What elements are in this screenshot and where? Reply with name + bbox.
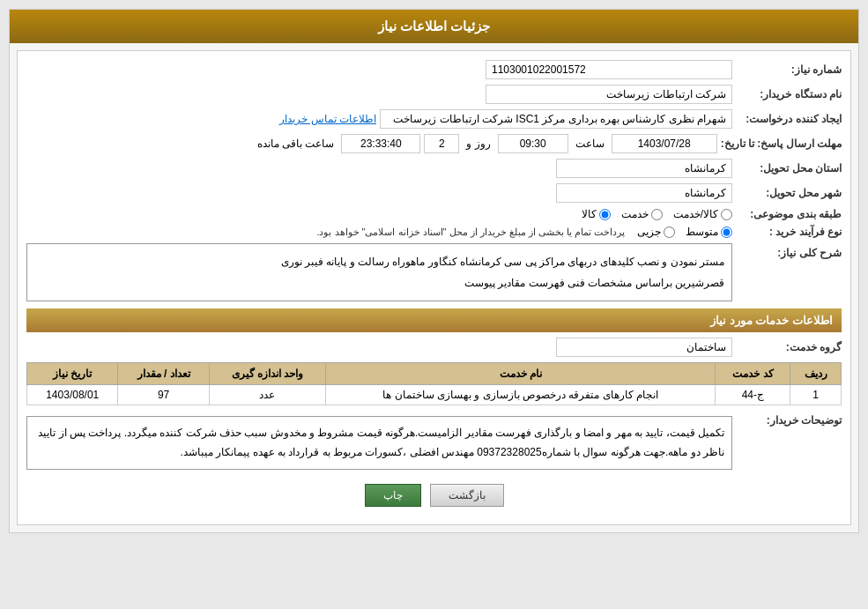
row-tabaqe: طبقه بندی موضوعی: کالا/خدمت خدمت کالا (26, 208, 842, 220)
cell-tarikh: 1403/08/01 (27, 385, 118, 405)
label-shomareNiaz: شماره نیاز: (736, 63, 842, 76)
row-shomareNiaz: شماره نیاز: 1103001022001572 (26, 60, 842, 79)
col-kodKhadamat: کد خدمت (716, 363, 790, 385)
cell-radif: 1 (790, 385, 842, 405)
label-noeFarayand: نوع فرآیند خرید : (736, 226, 842, 238)
label-mohlat: مهلت ارسال پاسخ: تا تاریخ: (721, 137, 842, 150)
value-ostan: کرمانشاه (556, 159, 732, 178)
table-row: 1 ج-44 انجام کارهای متفرقه درخصوص بازساز… (27, 385, 842, 405)
radio-input-kala-khadamat[interactable] (721, 209, 732, 220)
cell-vahed: عدد (209, 385, 325, 405)
value-remaining-time: 23:33:40 (341, 134, 420, 153)
button-row: بازگشت چاپ (26, 484, 842, 516)
radio-label-kala-khadamat: کالا/خدمت (673, 208, 718, 220)
value-mohlat-roz: 2 (424, 134, 459, 153)
row-mohlat: مهلت ارسال پاسخ: تا تاریخ: 1403/07/28 سا… (26, 134, 842, 153)
noeFarayand-note: پرداخت تمام یا بخشی از مبلغ خریدار از مح… (316, 227, 625, 238)
page-header: جزئیات اطلاعات نیاز (10, 10, 858, 43)
radio-label-motavasset: متوسط (686, 226, 718, 238)
radio-input-jozii[interactable] (664, 227, 675, 238)
radio-input-motavasset[interactable] (721, 227, 732, 238)
radio-input-khadamat[interactable] (651, 209, 663, 220)
label-tawzihat: توضیحات خریدار: (736, 414, 842, 427)
value-ijadKonande: شهرام نظری کارشناس بهره برداری مرکز ISC1… (380, 109, 732, 129)
label-ijadKonande: ایجاد کننده درخواست: (736, 113, 842, 125)
radio-kala[interactable]: کالا (582, 208, 611, 220)
link-tamasKharidar[interactable]: اطلاعات تماس خریدار (279, 113, 376, 125)
radio-label-kala: کالا (582, 208, 597, 220)
box-sharhKoli: مستر نمودن و نصب کلیدهای دربهای مراکز پی… (26, 243, 732, 301)
radio-label-khadamat: خدمت (621, 208, 649, 220)
col-tarikh: تاریخ نیاز (27, 363, 118, 385)
print-button[interactable]: چاپ (365, 484, 421, 507)
row-shahr: شهر محل تحویل: کرمانشاه (26, 183, 842, 203)
page-title: جزئیات اطلاعات نیاز (378, 19, 490, 33)
row-noeFarayand: نوع فرآیند خرید : متوسط جزیی پرداخت تمام… (26, 226, 842, 238)
row-sharhKoli: شرح کلی نیاز: مستر نمودن و نصب کلیدهای د… (26, 243, 842, 301)
services-table: ردیف کد خدمت نام خدمت واحد اندازه گیری ت… (26, 362, 842, 405)
label-namDastgah: نام دستگاه خریدار: (736, 88, 842, 100)
row-namDastgah: نام دستگاه خریدار: شرکت ارتباطات زیرساخت (26, 85, 842, 104)
label-ostan: استان محل تحویل: (736, 162, 842, 175)
col-vahed: واحد اندازه گیری (209, 363, 325, 385)
tabaqe-radio-group: کالا/خدمت خدمت کالا (582, 208, 732, 220)
box-tawzihat: تکمیل قیمت، تایید به مهر و امضا و بارگذا… (26, 416, 732, 470)
cell-tedad: 97 (118, 385, 209, 405)
cell-namKhadamat: انجام کارهای متفرقه درخصوص بازسازی و بهس… (326, 385, 716, 405)
sharhKoli-line2: قصرشیرین براساس مشخصات فنی فهرست مقادیر … (34, 272, 724, 293)
label-groheKhadamat: گروه خدمت: (736, 341, 842, 353)
radio-kala-khadamat[interactable]: کالا/خدمت (673, 208, 732, 220)
value-shahr: کرمانشاه (556, 183, 732, 203)
row-groheKhadamat: گروه خدمت: ساختمان (26, 338, 842, 357)
col-tedad: تعداد / مقدار (118, 363, 209, 385)
back-button[interactable]: بازگشت (430, 484, 504, 507)
row-ostan: استان محل تحویل: کرمانشاه (26, 159, 842, 178)
cell-kodKhadamat: ج-44 (716, 385, 790, 405)
row-tawzihat: توضیحات خریدار: تکمیل قیمت، تایید به مهر… (26, 411, 842, 475)
radio-khadamat[interactable]: خدمت (621, 208, 663, 220)
farayand-radio-group: متوسط جزیی (637, 226, 732, 238)
label-roz: روز و (466, 137, 490, 150)
label-sharhKoli: شرح کلی نیاز: (736, 247, 842, 259)
sharhKoli-line1: مستر نمودن و نصب کلیدهای دربهای مراکز پی… (34, 251, 724, 272)
label-saat-baqi: ساعت باقی مانده (257, 137, 335, 150)
tawzihat-text: تکمیل قیمت، تایید به مهر و امضا و بارگذا… (38, 427, 724, 458)
value-groheKhadamat: ساختمان (556, 338, 732, 357)
value-namDastgah: شرکت ارتباطات زیرساخت (486, 85, 732, 104)
col-namKhadamat: نام خدمت (326, 363, 716, 385)
label-shahr: شهر محل تحویل: (736, 187, 842, 199)
row-ijadKonande: ایجاد کننده درخواست: شهرام نظری کارشناس … (26, 109, 842, 129)
value-shomareNiaz: 1103001022001572 (486, 60, 732, 79)
label-tabaqe: طبقه بندی موضوعی: (736, 208, 842, 220)
radio-label-jozii: جزیی (637, 226, 661, 238)
value-mohlat-saat: 09:30 (498, 134, 568, 153)
col-radif: ردیف (790, 363, 842, 385)
radio-jozii[interactable]: جزیی (637, 226, 675, 238)
section2-header: اطلاعات خدمات مورد نیاز (26, 308, 842, 332)
label-saat: ساعت (575, 137, 605, 150)
radio-input-kala[interactable] (599, 209, 611, 220)
value-mohlat-date: 1403/07/28 (612, 134, 717, 153)
radio-motavasset[interactable]: متوسط (686, 226, 732, 238)
